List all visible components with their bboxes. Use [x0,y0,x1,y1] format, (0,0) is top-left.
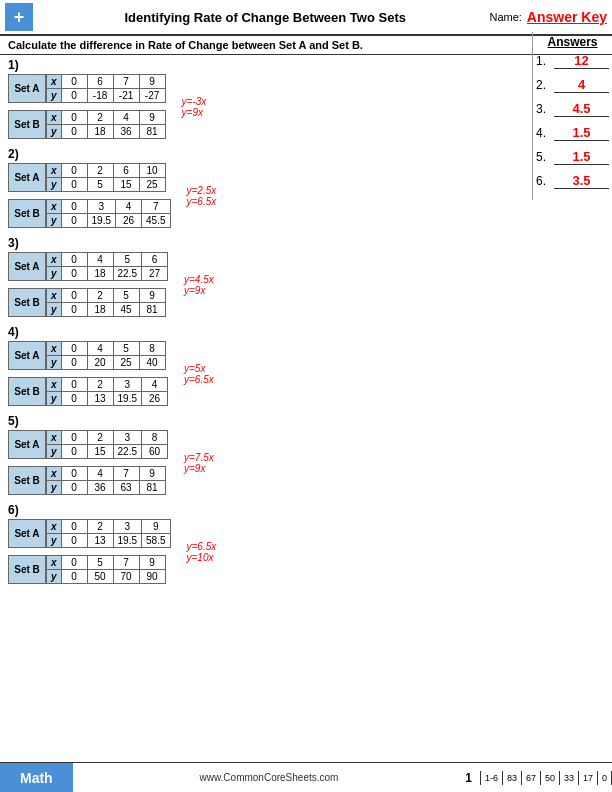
cell: 45.5 [142,214,170,228]
eq-b: y=9x [184,285,214,296]
cell: 4 [87,342,113,356]
cell: y [47,570,62,584]
cell: x [47,556,62,570]
set-label: Set A [8,430,46,459]
set-label: Set B [8,288,46,317]
problem-wrapper: Set A x0239 y01319.558.5 Set B x0579 y05… [8,519,522,584]
cell: x [47,431,62,445]
cell: y [47,445,62,459]
cell: 90 [139,570,165,584]
answer-value: 3.5 [554,173,609,189]
eq-a: y=-3x [182,96,207,107]
cell: y [47,356,62,370]
equations-col: y=2.5x y=6.5x [181,185,217,207]
footer-subject: Math [0,763,73,792]
set-label: Set B [8,377,46,406]
answer-item-3: 3.4.5 [536,101,609,117]
cell: -21 [113,89,139,103]
set-block: Set B x0259 y0184581 [8,288,168,317]
set-label: Set B [8,555,46,584]
cell: 13 [87,392,113,406]
cell: 20 [87,356,113,370]
cell: 0 [61,378,87,392]
set-label: Set A [8,74,46,103]
stat-box-1: 67 [522,771,541,785]
set-label: Set B [8,199,46,228]
cell: 2 [87,111,113,125]
cell: 0 [61,303,87,317]
cell: 8 [139,342,165,356]
cell: 22.5 [113,445,141,459]
xy-table: x0479 y0366381 [46,466,166,495]
cell: x [47,164,62,178]
cell: 40 [139,356,165,370]
cell: 0 [61,111,87,125]
cell: -27 [139,89,165,103]
cell: 25 [113,356,139,370]
cell: 4 [142,378,168,392]
cell: 60 [142,445,168,459]
problem-5: 5) Set A x0238 y01522.560 Set B x0479 y0… [8,414,522,495]
cell: -18 [87,89,113,103]
answer-value: 1.5 [554,149,609,165]
cell: 9 [139,556,165,570]
cell: 19.5 [113,392,141,406]
answer-item-6: 6.3.5 [536,173,609,189]
set-block: Set A x0456 y01822.527 [8,252,168,281]
cell: 2 [87,431,113,445]
cell: 0 [61,534,87,548]
problem-4: 4) Set A x0458 y0202540 Set B x0234 y013… [8,325,522,406]
set-block: Set A x0238 y01522.560 [8,430,168,459]
cell: 2 [87,289,113,303]
answer-value: 1.5 [554,125,609,141]
answer-value: 12 [554,53,609,69]
cell: y [47,481,62,495]
answer-value: 4 [554,77,609,93]
cell: 26 [142,392,168,406]
cell: 5 [87,556,113,570]
cell: 3 [113,378,141,392]
cell: 7 [113,75,139,89]
footer: Math www.CommonCoreSheets.com 1 1-6 8367… [0,762,612,792]
cell: 0 [61,520,87,534]
cell: 0 [61,214,87,228]
xy-table: x0239 y01319.558.5 [46,519,171,548]
problem-3: 3) Set A x0456 y01822.527 Set B x0259 y0… [8,236,522,317]
cell: 36 [113,125,139,139]
eq-a: y=4.5x [184,274,214,285]
problem-6: 6) Set A x0239 y01319.558.5 Set B x0579 … [8,503,522,584]
cell: 63 [113,481,139,495]
cell: 0 [61,267,87,281]
problems-container: 1) Set A x0679 y0-18-21-27 Set B x0249 y… [8,58,522,584]
cell: 0 [61,570,87,584]
xy-table: x0456 y01822.527 [46,252,168,281]
stat-box-0: 83 [503,771,522,785]
cell: 6 [142,253,168,267]
cell: 0 [61,75,87,89]
cell: 4 [116,200,142,214]
cell: 81 [139,303,165,317]
set-label: Set A [8,341,46,370]
eq-a: y=7.5x [184,452,214,463]
problem-2: 2) Set A x02610 y051525 Set B x0347 y019… [8,147,522,228]
cell: 50 [87,570,113,584]
cell: y [47,214,62,228]
cell: 0 [61,392,87,406]
cell: y [47,89,62,103]
cell: 0 [61,481,87,495]
problem-num: 5) [8,414,522,428]
cell: 9 [139,111,165,125]
answer-num: 3. [536,102,550,116]
xy-table: x0238 y01522.560 [46,430,168,459]
xy-table: x0259 y0184581 [46,288,166,317]
stats-container: 83675033170 [503,771,612,785]
tables-container: Set A x0679 y0-18-21-27 Set B x0249 y018… [8,74,166,139]
answer-num: 5. [536,150,550,164]
problem-num: 2) [8,147,522,161]
set-block: Set B x0347 y019.52645.5 [8,199,171,228]
xy-table: x0249 y0183681 [46,110,166,139]
set-block: Set A x0239 y01319.558.5 [8,519,171,548]
cell: 45 [113,303,139,317]
cell: x [47,520,62,534]
cell: 9 [139,289,165,303]
